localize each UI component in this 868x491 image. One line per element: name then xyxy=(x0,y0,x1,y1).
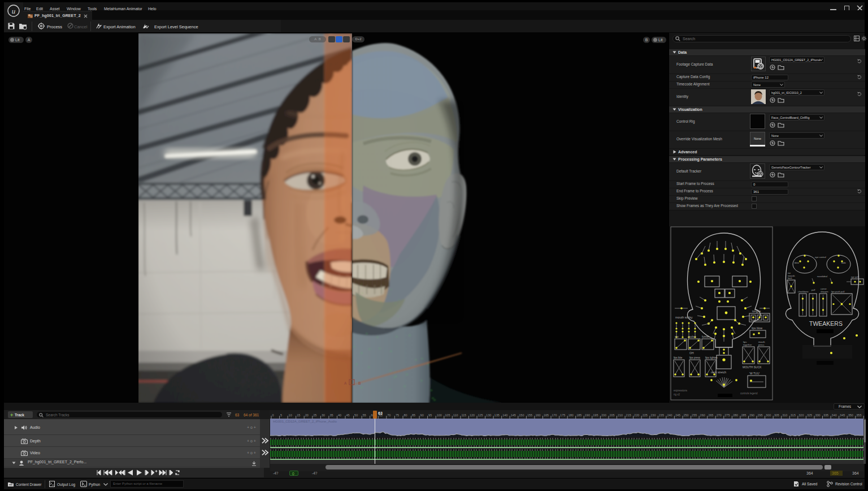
svg-text:195: 195 xyxy=(593,414,598,417)
svg-text:220: 220 xyxy=(634,414,639,417)
svg-text:125: 125 xyxy=(478,414,483,417)
svg-text:175: 175 xyxy=(560,414,565,417)
svg-text:310: 310 xyxy=(782,414,787,417)
svg-text:190: 190 xyxy=(585,414,590,417)
svg-text:B: B xyxy=(358,381,361,385)
svg-text:ear: ear xyxy=(788,272,791,274)
svg-text:xxx: xxx xyxy=(675,335,679,338)
svg-text:cheekbone: cheekbone xyxy=(798,291,809,293)
svg-text:350: 350 xyxy=(848,414,853,417)
svg-text:80: 80 xyxy=(404,414,407,417)
svg-text:lips push-pull: lips push-pull xyxy=(831,290,844,293)
svg-text:sharpen: sharpen xyxy=(821,291,828,293)
svg-text:335: 335 xyxy=(823,414,828,417)
svg-text:110: 110 xyxy=(453,414,458,417)
svg-text:20: 20 xyxy=(305,414,309,417)
svg-text:press: press xyxy=(758,343,764,346)
svg-text:180: 180 xyxy=(568,414,574,417)
svg-text:50: 50 xyxy=(354,414,358,417)
svg-text:240: 240 xyxy=(667,414,672,417)
svg-text:expressions: expressions xyxy=(674,389,688,392)
svg-text:90: 90 xyxy=(420,414,424,417)
svg-text:lips blow: lips blow xyxy=(752,326,763,330)
svg-text:35: 35 xyxy=(329,414,333,417)
svg-text:lips bite: lips bite xyxy=(674,356,683,359)
svg-text:150: 150 xyxy=(519,414,524,417)
svg-text:285: 285 xyxy=(741,414,746,417)
svg-text:160: 160 xyxy=(535,414,540,417)
svg-text:controls legend: controls legend xyxy=(740,392,758,395)
svg-text:95: 95 xyxy=(428,414,432,417)
svg-text:225: 225 xyxy=(643,414,648,417)
svg-text:55: 55 xyxy=(363,414,366,417)
svg-text:280: 280 xyxy=(733,414,738,417)
svg-text:5: 5 xyxy=(280,414,282,417)
svg-text:100: 100 xyxy=(437,414,442,417)
svg-text:A: A xyxy=(344,381,347,385)
svg-text:340: 340 xyxy=(832,414,837,417)
svg-text:lips tighten: lips tighten xyxy=(705,356,718,359)
svg-text:neck stretch: neck stretch xyxy=(711,371,726,374)
svg-text:TWEAKERS: TWEAKERS xyxy=(809,320,843,327)
svg-text:120: 120 xyxy=(470,414,475,417)
svg-text:275: 275 xyxy=(724,414,730,417)
svg-text:215: 215 xyxy=(626,414,631,417)
svg-text:210: 210 xyxy=(618,414,623,417)
svg-text:260: 260 xyxy=(700,414,705,417)
svg-text:255: 255 xyxy=(692,414,697,417)
svg-text:puff: puff xyxy=(811,289,815,291)
svg-text:165: 165 xyxy=(544,414,549,417)
svg-text:towards: towards xyxy=(788,275,795,277)
svg-text:0: 0 xyxy=(272,414,274,417)
svg-text:MOUTH SUCK: MOUTH SUCK xyxy=(743,365,762,369)
svg-text:170: 170 xyxy=(552,414,557,417)
svg-text:eye control: eye control xyxy=(815,256,826,259)
svg-text:25: 25 xyxy=(313,414,316,417)
svg-text:45: 45 xyxy=(346,414,350,417)
svg-text:70: 70 xyxy=(387,414,390,417)
svg-text:330: 330 xyxy=(815,414,821,417)
svg-text:blink: blink xyxy=(795,262,799,264)
svg-text:corner: corner xyxy=(821,288,827,290)
svg-text:185: 185 xyxy=(576,414,581,417)
svg-text:pucker: pucker xyxy=(688,335,696,338)
svg-text:lips press: lips press xyxy=(689,356,701,359)
svg-text:85: 85 xyxy=(412,414,415,417)
svg-text:115: 115 xyxy=(461,414,466,417)
svg-text:105: 105 xyxy=(445,414,450,417)
svg-text:'W TUU': 'W TUU' xyxy=(749,372,760,375)
svg-text:nasolabial: nasolabial xyxy=(817,275,827,278)
svg-text:320: 320 xyxy=(798,414,804,417)
svg-text:eye puff: eye puff xyxy=(851,276,859,278)
svg-text:290: 290 xyxy=(749,414,754,417)
svg-text:OH: OH xyxy=(689,351,694,355)
svg-text:together: together xyxy=(743,343,752,346)
svg-text:270: 270 xyxy=(717,414,722,417)
svg-text:300: 300 xyxy=(766,414,771,417)
svg-text:135: 135 xyxy=(494,414,500,417)
svg-text:155: 155 xyxy=(527,414,532,417)
svg-text:345: 345 xyxy=(840,414,845,417)
svg-text:200: 200 xyxy=(601,414,606,417)
svg-text:15: 15 xyxy=(297,414,300,417)
svg-text:funnel: funnel xyxy=(702,335,709,338)
svg-text:295: 295 xyxy=(758,414,763,417)
svg-text:305: 305 xyxy=(774,414,779,417)
svg-text:back: back xyxy=(788,277,792,279)
svg-text:325: 325 xyxy=(807,414,812,417)
svg-text:wide: wide xyxy=(841,262,846,264)
svg-text:75: 75 xyxy=(396,414,399,417)
svg-text:315: 315 xyxy=(791,414,796,417)
svg-text:30: 30 xyxy=(322,414,325,417)
svg-text:u: u xyxy=(12,7,16,15)
svg-text:rig v2: rig v2 xyxy=(674,393,680,396)
svg-text:230: 230 xyxy=(650,414,656,417)
svg-text:10: 10 xyxy=(289,414,292,417)
svg-text:355: 355 xyxy=(856,414,861,417)
svg-text:mouth sticky: mouth sticky xyxy=(675,316,693,319)
svg-text:145: 145 xyxy=(511,414,516,417)
svg-text:140: 140 xyxy=(502,414,507,417)
svg-text:40: 40 xyxy=(338,414,341,417)
svg-text:265: 265 xyxy=(708,414,713,417)
svg-text:250: 250 xyxy=(684,414,689,417)
